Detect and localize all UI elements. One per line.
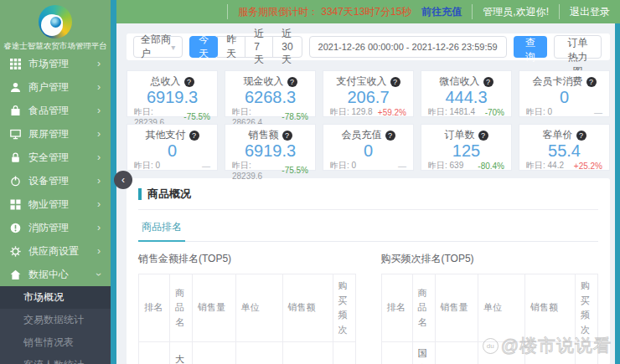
chevron-right-icon: › — [97, 128, 101, 140]
table-title: 销售金额排名(TOP5) — [138, 252, 356, 266]
page-scrollbar[interactable] — [615, 23, 620, 364]
purchase-frequency-table: 排名 商品名 销售量 单位 销售额 购买频次 1 国产水果 121.1 斤 — [381, 274, 599, 364]
chevron-right-icon: › — [97, 245, 101, 257]
date-range-input[interactable]: 2021-12-26 00:00:00 - 2021-12-26 23:59:5… — [309, 36, 507, 58]
query-button[interactable]: 查询 — [514, 36, 547, 58]
help-icon[interactable]: ? — [390, 77, 400, 87]
sidebar-item-label: 物业管理 — [28, 197, 97, 212]
chevron-right-icon: › — [97, 175, 101, 187]
sidebar-item-property[interactable]: 物业管理 › — [0, 192, 111, 216]
app-logo-block: 睿途士智慧农贸市场管理平台 — [0, 0, 111, 52]
stat-value: 0 — [132, 142, 212, 160]
goods-overview-section: 商品概况 商品排名 销售金额排名(TOP5) 排名 商品名 销售量 单位 — [127, 178, 610, 364]
sidebar-item-label: 消防管理 — [28, 221, 97, 235]
topbar: 服务期限倒计时： 3347天13时7分15秒 前往充值 管理员,欢迎你! 退出登… — [116, 0, 620, 23]
stat-yesterday: 昨日: 129.8 — [330, 106, 373, 118]
sidebar-item-screen[interactable]: 展屏管理 › — [0, 122, 111, 146]
help-icon[interactable]: ? — [282, 131, 292, 141]
stat-title: 现金收入 — [244, 74, 284, 89]
chevron-right-icon: › — [97, 198, 101, 210]
sidebar-item-label: 安全管理 — [28, 151, 97, 165]
home-icon — [10, 269, 21, 280]
range-today-button[interactable]: 今天 — [189, 36, 218, 58]
submenu-item-sales-report[interactable]: 销售情况表 — [0, 331, 111, 354]
stat-title: 会员充值 — [342, 128, 382, 142]
stat-yesterday: 昨日: 0 — [330, 160, 356, 172]
table-row: 1 大对虾 10.1 kg 624.2 19 — [139, 342, 356, 364]
sales-amount-table: 排名 商品名 销售量 单位 销售额 购买频次 1 大对虾 10.1 kg — [138, 274, 356, 364]
stat-change: -75.5% — [282, 166, 308, 175]
tab-goods-ranking[interactable]: 商品排名 — [138, 213, 185, 242]
merchant-select-value: 全部商户 — [141, 33, 171, 61]
stat-title: 订单数 — [445, 128, 475, 142]
help-icon[interactable]: ? — [483, 77, 493, 87]
stat-card-wechat-income: 微信收入? 444.3 昨日: 1481.4-70% — [421, 70, 512, 117]
sidebar-item-datacenter[interactable]: 数据中心 › — [0, 263, 111, 286]
stats-grid: 总收入? 6919.3 昨日: 28239.6-75.5% 现金收入? 6268… — [127, 70, 610, 171]
help-icon[interactable]: ? — [586, 77, 597, 87]
sidebar-item-label: 食品管理 — [28, 104, 97, 118]
help-icon[interactable]: ? — [189, 131, 199, 141]
table-row: 1 国产水果 121.1 斤 147.8 32 — [381, 342, 598, 364]
chevron-right-icon: › — [97, 58, 101, 69]
help-icon[interactable]: ? — [184, 77, 194, 87]
stat-title: 客单价 — [543, 128, 573, 142]
help-icon[interactable]: ? — [478, 131, 488, 141]
submenu-item-market-overview[interactable]: 市场概况 — [0, 286, 111, 309]
column-header: 购买频次 — [576, 274, 598, 342]
stat-card-member-recharge: 会员充值? 0 昨日: 0— — [323, 124, 414, 171]
sidebar-item-label: 展屏管理 — [28, 127, 97, 141]
stat-yesterday: 昨日: 1481.4 — [428, 106, 475, 118]
column-header: 销售量 — [193, 274, 236, 342]
help-icon[interactable]: ? — [576, 131, 586, 141]
range-yesterday-button[interactable]: 昨天 — [217, 36, 245, 58]
recharge-link[interactable]: 前往充值 — [421, 4, 472, 19]
user-icon — [10, 82, 21, 93]
range-30days-button[interactable]: 近30天 — [272, 36, 302, 58]
help-icon[interactable]: ? — [287, 77, 297, 87]
range-7days-button[interactable]: 近7天 — [245, 36, 273, 58]
filter-bar: 全部商户 ▾ 今天 昨天 近7天 近30天 2021-12-26 00:00:0… — [127, 33, 610, 60]
logo-eye-icon — [49, 15, 63, 29]
stat-yesterday: 昨日: 0 — [526, 106, 552, 118]
column-header: 商品名 — [412, 274, 435, 342]
lock-icon — [10, 152, 21, 163]
welcome-user[interactable]: 管理员,欢迎你! — [472, 4, 559, 19]
merchant-select[interactable]: 全部商户 ▾ — [133, 36, 183, 58]
stat-card-alipay-income: 支付宝收入? 206.7 昨日: 129.8+59.2% — [323, 70, 414, 117]
sidebar-item-food[interactable]: 食品管理 › — [0, 99, 111, 122]
stat-card-other-payment: 其他支付? 0 昨日: 0— — [127, 124, 218, 171]
submenu-item-transaction-stats[interactable]: 交易数据统计 — [0, 309, 111, 331]
sidebar-item-label: 数据中心 — [28, 268, 97, 282]
stat-title: 总收入 — [151, 74, 181, 89]
chevron-right-icon: › — [97, 222, 101, 233]
stat-card-order-count: 订单数? 125 昨日: 639-80.4% — [421, 124, 512, 171]
grid-icon — [10, 59, 21, 69]
stat-value: 0 — [524, 89, 604, 106]
sidebar-collapse-button[interactable]: ‹ — [114, 171, 132, 189]
sidebar: 睿途士智慧农贸市场管理平台 市场管理 › 商户管理 › 食品管理 › 展屏管理 … — [0, 0, 111, 364]
stat-title: 其他支付 — [146, 128, 186, 142]
stat-value: 444.3 — [426, 89, 506, 106]
sidebar-item-security[interactable]: 安全管理 › — [0, 146, 111, 169]
sales-amount-ranking-block: 销售金额排名(TOP5) 排名 商品名 销售量 单位 销售额 购买频次 1 — [138, 252, 356, 364]
column-header: 销售额 — [282, 274, 333, 342]
sidebar-item-label: 设备管理 — [28, 174, 97, 188]
logout-button[interactable]: 退出登录 — [559, 4, 620, 19]
sidebar-item-market[interactable]: 市场管理 › — [0, 52, 111, 75]
stat-value: 6268.3 — [230, 89, 310, 106]
alert-circle-icon — [10, 223, 21, 233]
bag-icon — [10, 105, 21, 116]
stat-change: -80.4% — [478, 161, 504, 171]
sidebar-item-device[interactable]: 设备管理 › — [0, 169, 111, 192]
column-header: 单位 — [478, 274, 525, 342]
sidebar-item-merchant[interactable]: 商户管理 › — [0, 75, 111, 99]
submenu-item-visitor-stats[interactable]: 客流人数统计 — [0, 354, 111, 364]
app-title: 睿途士智慧农贸市场管理平台 — [3, 41, 107, 52]
sidebar-item-fire[interactable]: 消防管理 › — [0, 216, 111, 239]
stat-card-cash-income: 现金收入? 6268.3 昨日: 28626.4-78.5% — [225, 70, 316, 117]
sidebar-item-supplier[interactable]: 供应商设置 › — [0, 239, 111, 263]
stat-change: — — [398, 161, 406, 171]
help-icon[interactable]: ? — [385, 131, 395, 141]
order-heatmap-button[interactable]: 订单热力图 — [554, 35, 602, 59]
